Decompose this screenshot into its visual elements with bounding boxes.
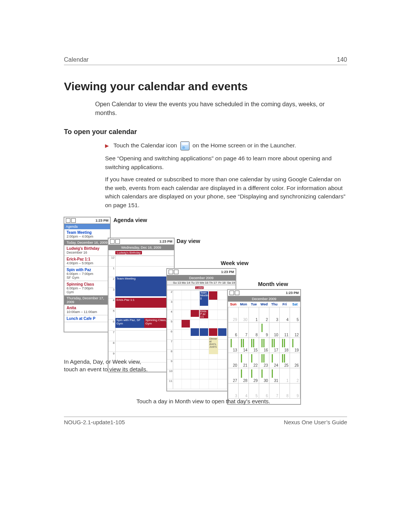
paragraph-3: If you have created or subscribed to mor… xyxy=(105,175,347,209)
month-cell: 13 xyxy=(228,338,239,353)
month-cell: 5 xyxy=(290,307,300,323)
month-cell: 15 xyxy=(249,338,259,353)
week-event xyxy=(209,328,217,336)
month-cell: 3 xyxy=(228,383,239,399)
status-icon xyxy=(169,270,173,274)
month-cell: 8 xyxy=(280,383,290,399)
month-cell: 3 xyxy=(269,307,280,323)
month-cell: 21 xyxy=(239,353,249,368)
week-event xyxy=(209,291,217,300)
month-cell: 23 xyxy=(259,353,269,368)
step1-text-b: on the Home screen or in the Launcher. xyxy=(193,142,296,149)
week-screenshot: 1:23 PM December 2009 Su 13Mo 14Tu 15We … xyxy=(167,268,236,391)
status-bar: 1:23 PM xyxy=(64,217,110,224)
week-event xyxy=(218,328,226,336)
subheading: To open your calendar xyxy=(64,128,347,136)
status-bar: 1:23 PM xyxy=(167,269,236,275)
month-cell: 2 xyxy=(290,368,300,383)
status-bar: 1:23 PM xyxy=(228,290,300,296)
week-allday-event: Ludwi xyxy=(195,286,204,289)
month-cell: 18 xyxy=(280,338,290,353)
week-event: Dinner at Ann's, Josh's xyxy=(209,337,218,354)
month-cell: 25 xyxy=(280,353,290,368)
calendar-app-icon xyxy=(180,141,190,150)
agenda-item: Lunch at Cafe P xyxy=(64,315,110,322)
day-grid: 12123456789Team MeetingErick-Paz 1:1Spin… xyxy=(108,256,174,370)
week-event xyxy=(191,310,199,317)
month-cell: 4 xyxy=(239,383,249,399)
agenda-item: Erick-Paz 1:14:00pm – 5:00pm xyxy=(64,256,110,267)
status-icon xyxy=(229,291,234,295)
agenda-screenshot: 1:23 PM Agenda Team Meeting2:00pm – 4:00… xyxy=(64,217,110,332)
month-cell: 26 xyxy=(290,353,300,368)
month-cell: 9 xyxy=(290,383,300,399)
month-cell: 8 xyxy=(249,323,259,338)
status-time: 1:23 PM xyxy=(159,240,172,243)
week-event: Team Meetin g xyxy=(200,291,208,306)
month-cell: 11 xyxy=(280,323,290,338)
day-event: Spin with Paz, SF Gym xyxy=(115,318,145,328)
month-table: SunMonTueWedThuFriSat2930123456789101112… xyxy=(228,302,300,399)
step1-text-a: Touch the Calendar icon xyxy=(113,142,177,149)
status-time: 1:23 PM xyxy=(221,270,234,274)
header-section: Calendar xyxy=(64,56,89,63)
agenda-day-header: Today, December 16, 2009 xyxy=(64,240,110,245)
week-event xyxy=(191,328,199,336)
month-cell: 9 xyxy=(259,323,269,338)
month-cell: 28 xyxy=(239,368,249,383)
status-icon xyxy=(174,270,178,274)
month-cell: 10 xyxy=(269,323,280,338)
week-grid: 234567891011Team Meetin gErick-P az 1:1D… xyxy=(167,290,236,391)
month-cell: 22 xyxy=(249,353,259,368)
week-title: December 2009 xyxy=(167,275,236,281)
allday-row: Ludwig's Birthday xyxy=(108,250,174,256)
screenshot-group: Agenda view Day view Week view Month vie… xyxy=(64,217,347,415)
week-day-header: Su 13Mo 14Tu 15We 16Th 17Fr 18Sa 19 xyxy=(167,281,236,285)
status-icon xyxy=(66,218,70,223)
week-allday: Ludwi xyxy=(167,285,236,290)
week-event xyxy=(182,320,190,328)
month-cell: 20 xyxy=(228,353,239,368)
month-title: December 2009 xyxy=(228,296,300,302)
month-cell: 7 xyxy=(269,383,280,399)
agenda-day-header: Thursday, December 17, 2009 xyxy=(64,296,110,305)
month-cell: 1 xyxy=(280,368,290,383)
month-cell: 29 xyxy=(249,368,259,383)
agenda-item: Ludwig's BirthdayDecember 16 xyxy=(64,245,110,256)
month-screenshot: 1:23 PM December 2009 SunMonTueWedThuFri… xyxy=(228,289,301,404)
month-cell: 29 xyxy=(228,307,239,323)
month-cell: 1 xyxy=(249,307,259,323)
day-event: Team Meeting xyxy=(115,276,172,296)
label-agenda-view: Agenda view xyxy=(113,217,147,223)
month-cell: 30 xyxy=(239,307,249,323)
month-cell: 12 xyxy=(290,323,300,338)
status-icon xyxy=(235,291,239,295)
status-icon xyxy=(110,239,115,244)
month-cell: 14 xyxy=(239,338,249,353)
footer-rule xyxy=(64,417,347,417)
month-cell: 27 xyxy=(228,368,239,383)
month-cell: 6 xyxy=(228,323,239,338)
label-month-view: Month view xyxy=(258,281,288,287)
month-cell: 2 xyxy=(259,307,269,323)
agenda-item: Team Meeting2:00pm – 4:00pm xyxy=(64,229,110,240)
caption-2: Touch a day in Month view to open that d… xyxy=(126,398,270,405)
step-line: ▶ Touch the Calendar icon on the Home sc… xyxy=(105,141,347,150)
day-event: Erick-Paz 1:1 xyxy=(115,298,172,308)
month-cell: 6 xyxy=(259,383,269,399)
footer-doc-title: Nexus One User’s Guide xyxy=(284,419,347,425)
month-cell: 30 xyxy=(259,368,269,383)
label-day-view: Day view xyxy=(177,238,200,244)
footer-doc-id: NOUG-2.1-update1-105 xyxy=(64,419,125,425)
agenda-item: Spin with Paz6:00pm – 7:00pmSF Gym xyxy=(64,267,110,281)
body-block: ▶ Touch the Calendar icon on the Home sc… xyxy=(105,141,347,209)
manual-page: Calendar 140 Viewing your calendar and e… xyxy=(0,0,411,532)
agenda-item: Anita10:00am – 11:00am xyxy=(64,305,110,315)
month-cell: 31 xyxy=(269,368,280,383)
day-screenshot: 1:23 PM Wednesday, Dec 16, 2009 Ludwig's… xyxy=(108,238,174,372)
label-week-view: Week view xyxy=(221,260,249,266)
status-time: 1:23 PM xyxy=(96,219,108,222)
month-cell: 17 xyxy=(269,338,280,353)
week-event xyxy=(200,328,208,336)
paragraph-2: See “Opening and switching applications”… xyxy=(105,154,347,171)
